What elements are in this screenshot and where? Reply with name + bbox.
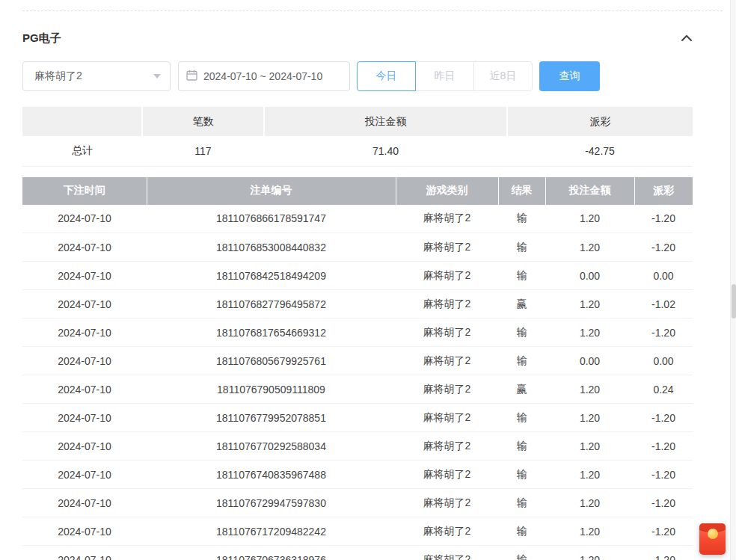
order-id-cell: 1811076817654669312 <box>147 319 396 347</box>
game-type-cell: 麻将胡了2 <box>396 290 498 319</box>
order-id-cell: 1811076827796495872 <box>147 290 396 319</box>
result-cell: 输 <box>498 546 545 560</box>
game-select-value: 麻将胡了2 <box>34 70 82 83</box>
bet-amount-cell: 1.20 <box>545 546 634 560</box>
result-cell: 输 <box>498 517 545 546</box>
bet-amount-cell: 1.20 <box>545 432 634 461</box>
bet-amount-cell: 1.20 <box>545 290 634 319</box>
summary-total-row: 总计 117 71.40 -42.75 <box>22 136 693 166</box>
col-header-bet-amount: 投注金额 <box>545 177 634 205</box>
section-header: PG电子 <box>22 29 693 47</box>
table-row: 2024-07-101811076790509111809麻将胡了2赢1.200… <box>22 375 693 404</box>
payout-cell: -1.20 <box>634 546 693 560</box>
payout-cell: 0.00 <box>634 262 693 290</box>
bet-time-cell: 2024-07-10 <box>22 432 147 461</box>
bet-time-cell: 2024-07-10 <box>22 319 147 347</box>
payout-cell: -1.20 <box>634 205 693 233</box>
result-cell: 输 <box>498 233 545 262</box>
col-header-bet-time: 下注时间 <box>22 177 147 205</box>
summary-bet-amount-value: 71.40 <box>264 136 507 166</box>
game-type-cell: 麻将胡了2 <box>396 517 498 546</box>
bet-time-cell: 2024-07-10 <box>22 404 147 432</box>
order-id-cell: 1811076790509111809 <box>147 375 396 404</box>
bet-amount-cell: 0.00 <box>545 262 634 290</box>
payout-cell: -1.20 <box>634 404 693 432</box>
date-range-value: 2024-07-10 ~ 2024-07-10 <box>203 70 322 82</box>
summary-col-payout: 派彩 <box>507 107 693 136</box>
bet-time-cell: 2024-07-10 <box>22 205 147 233</box>
order-id-cell: 1811076779952078851 <box>147 404 396 432</box>
summary-header-row: 笔数 投注金额 派彩 <box>22 107 693 136</box>
payout-cell: -1.02 <box>634 290 693 319</box>
summary-total-label: 总计 <box>22 136 142 166</box>
red-envelope-coin <box>708 529 718 539</box>
summary-count-value: 117 <box>142 136 264 166</box>
collapse-button[interactable] <box>681 31 693 45</box>
payout-cell: -1.20 <box>634 233 693 262</box>
bet-amount-cell: 1.20 <box>545 233 634 262</box>
table-row: 2024-07-101811076842518494209麻将胡了2输0.000… <box>22 262 693 290</box>
result-cell: 输 <box>498 205 545 233</box>
payout-cell: 0.24 <box>634 375 693 404</box>
payout-cell: -1.20 <box>634 517 693 546</box>
game-type-cell: 麻将胡了2 <box>396 375 498 404</box>
result-cell: 赢 <box>498 290 545 319</box>
game-type-cell: 麻将胡了2 <box>396 347 498 375</box>
game-type-cell: 麻将胡了2 <box>396 489 498 517</box>
scrollbar-thumb[interactable] <box>732 284 736 319</box>
filter-bar: 麻将胡了2 2024-07-10 ~ 2024-07-10 今日 昨日 近8日 … <box>22 61 693 91</box>
result-cell: 输 <box>498 262 545 290</box>
bet-amount-cell: 1.20 <box>545 404 634 432</box>
yesterday-button[interactable]: 昨日 <box>415 61 474 91</box>
result-cell: 输 <box>498 404 545 432</box>
bet-time-cell: 2024-07-10 <box>22 546 147 560</box>
bet-amount-cell: 1.20 <box>545 319 634 347</box>
date-range-picker[interactable]: 2024-07-10 ~ 2024-07-10 <box>178 61 350 91</box>
game-type-cell: 麻将胡了2 <box>396 404 498 432</box>
result-cell: 输 <box>498 432 545 461</box>
last-8-days-button[interactable]: 近8日 <box>473 61 533 91</box>
records-table: 下注时间 注单编号 游戏类别 结果 投注金额 派彩 2024-07-101811… <box>22 177 693 560</box>
chevron-up-icon <box>681 31 693 45</box>
today-button[interactable]: 今日 <box>357 61 416 91</box>
table-row: 2024-07-101811076729947597830麻将胡了2输1.20-… <box>22 489 693 517</box>
col-header-payout: 派彩 <box>634 177 693 205</box>
payout-cell: -1.20 <box>634 319 693 347</box>
result-cell: 输 <box>498 461 545 489</box>
game-type-cell: 麻将胡了2 <box>396 262 498 290</box>
order-id-cell: 1811076729947597830 <box>147 489 396 517</box>
bet-time-cell: 2024-07-10 <box>22 375 147 404</box>
game-select[interactable]: 麻将胡了2 <box>22 61 171 91</box>
table-row: 2024-07-101811076817654669312麻将胡了2输1.20-… <box>22 319 693 347</box>
chevron-down-icon <box>153 74 161 79</box>
bet-time-cell: 2024-07-10 <box>22 262 147 290</box>
records-header-row: 下注时间 注单编号 游戏类别 结果 投注金额 派彩 <box>22 177 693 205</box>
result-cell: 赢 <box>498 375 545 404</box>
query-button[interactable]: 查询 <box>539 61 600 91</box>
red-envelope-icon[interactable] <box>699 523 726 555</box>
result-cell: 输 <box>498 319 545 347</box>
table-row: 2024-07-101811076740835967488麻将胡了2输1.20-… <box>22 461 693 489</box>
summary-table: 笔数 投注金额 派彩 总计 117 71.40 -42.75 <box>22 107 693 167</box>
order-id-cell: 1811076866178591747 <box>147 205 396 233</box>
table-row: 2024-07-101811076717209482242麻将胡了2输1.20-… <box>22 517 693 546</box>
bet-time-cell: 2024-07-10 <box>22 290 147 319</box>
summary-col-bet-amount: 投注金额 <box>264 107 507 136</box>
bet-amount-cell: 1.20 <box>545 461 634 489</box>
bet-amount-cell: 0.00 <box>545 347 634 375</box>
game-type-cell: 麻将胡了2 <box>396 546 498 560</box>
bet-amount-cell: 1.20 <box>545 517 634 546</box>
scrollbar[interactable] <box>730 0 736 560</box>
payout-cell: 0.00 <box>634 347 693 375</box>
game-type-cell: 麻将胡了2 <box>396 319 498 347</box>
payout-cell: -1.20 <box>634 432 693 461</box>
section-title: PG电子 <box>22 31 61 46</box>
bet-time-cell: 2024-07-10 <box>22 233 147 262</box>
summary-payout-value: -42.75 <box>507 136 693 166</box>
summary-col-count: 笔数 <box>142 107 264 136</box>
order-id-cell: 1811076706736318976 <box>147 546 396 560</box>
order-id-cell: 1811076842518494209 <box>147 262 396 290</box>
bet-time-cell: 2024-07-10 <box>22 517 147 546</box>
bet-time-cell: 2024-07-10 <box>22 489 147 517</box>
game-type-cell: 麻将胡了2 <box>396 205 498 233</box>
